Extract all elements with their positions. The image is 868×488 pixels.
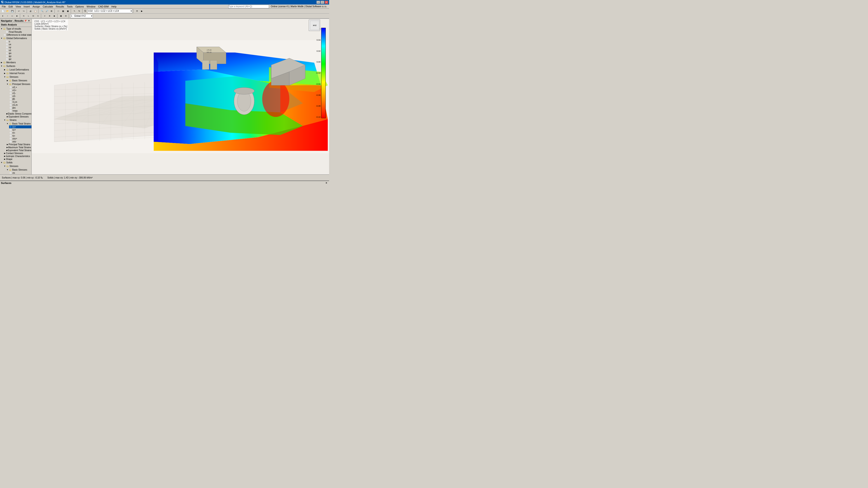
nav-taumax[interactable]: ⚪τmax [9,109,31,112]
expand-icon[interactable]: ▼ [0,37,3,39]
nav-gxy-minus[interactable]: ⚪γxy- [9,140,31,143]
expand-icon[interactable]: ▼ [6,123,8,125]
expand-icon[interactable]: ▶ [6,143,8,146]
nav-ex-plus[interactable]: 🔵εx+ [9,125,31,128]
tb-display-lines[interactable]: L [26,14,31,18]
expand-icon[interactable]: ▶ [4,155,6,158]
nav-shape[interactable]: ▶ Shape [0,158,31,161]
nav-ux[interactable]: ⚪ ux [0,43,31,46]
coord-system-combo[interactable]: 1 · Global XYZ ▾ [70,14,93,18]
tb-animate[interactable]: ▶ [140,9,144,13]
tb-copy[interactable]: 📋 [33,9,37,13]
tb-node[interactable]: ● [0,14,5,18]
tb-snap-mid[interactable]: ◆ [52,14,57,18]
expand-icon[interactable]: ▶ [4,152,6,155]
expand-icon[interactable]: ▶ [4,72,6,74]
title-bar-controls[interactable]: ─ □ ✕ [316,1,328,4]
nav-max-total-strains[interactable]: ▶ Maximum Total Strains [0,146,31,149]
expand-icon[interactable]: ▶ [6,116,8,118]
nav-sigma2m[interactable]: ⚪σ2- [9,95,31,98]
menu-window[interactable]: Window [85,5,97,8]
3d-scene[interactable]: 175.00 800.00 [32,19,329,174]
menu-results[interactable]: Results [55,5,66,8]
nav-sigma1p[interactable]: ⚪σ1+ [9,89,31,92]
tb-display-members[interactable]: M [31,14,35,18]
tb-solid[interactable]: ■ [15,14,19,18]
expand-icon[interactable]: ▼ [0,65,3,67]
nav-bm[interactable]: ⚪βm [9,106,31,109]
navigator-controls[interactable]: 📌 ✕ [24,19,31,22]
expand-icon[interactable]: ▼ [6,168,8,171]
3d-viewport[interactable]: CO2 · LC1 + LC2 + LC3 + LC4 Loads [kN/m²… [32,19,329,174]
tb-open[interactable]: 📂 [5,9,10,13]
tb-surface[interactable]: ▭ [10,14,14,18]
nav-phiy[interactable]: ⚪ φy [0,55,31,58]
minimize-button[interactable]: ─ [316,1,320,4]
nav-contact-stresses[interactable]: ▶ Contact Stresses [0,152,31,155]
tb-snap-grid[interactable]: # [42,14,47,18]
nav-ex-minus[interactable]: ⚪εx- [9,131,31,134]
expand-icon[interactable]: ▼ [0,28,3,30]
nav-elastic-stress[interactable]: ▶ Elastic Stress Components [0,112,31,115]
expand-icon[interactable]: ▼ [4,76,6,78]
table-close-btn[interactable]: ✕ [324,182,328,185]
nav-strains[interactable]: ▼ 🗂 Strains [0,118,31,122]
tb-select[interactable]: ↖ [72,9,77,13]
menu-file[interactable]: File [0,5,7,8]
nav-phix[interactable]: ⚪ φx [0,52,31,55]
expand-icon[interactable]: ▼ [4,165,6,167]
nav-sigma2p[interactable]: ⚪σ2,+ [9,86,31,89]
nav-ey-plus[interactable]: ⚪εy+ [9,128,31,131]
expand-icon[interactable]: ▶ [4,68,6,71]
nav-uz[interactable]: ⚪ uz [0,49,31,52]
menu-calculate[interactable]: Calculate [41,5,55,8]
nav-basic-total-strains[interactable]: ▼ 🗂 Basic Total Strains [0,122,31,125]
nav-ey-minus[interactable]: ⚪εy- [9,134,31,137]
tb-new[interactable]: 📄 [0,9,5,13]
nav-differences[interactable]: ⚪ Differences to initial state [0,33,31,36]
tb-zoom-out[interactable]: 🔎 [44,9,49,13]
search-input[interactable] [228,5,269,8]
nav-local-deformations[interactable]: ▶ 🗂 Local Deformations [0,68,31,71]
expand-icon[interactable]: ▼ [6,83,8,85]
nav-uy[interactable]: ⚪ uy [0,46,31,49]
table-header-controls[interactable]: ✕ [324,182,328,185]
nav-sx[interactable]: ⚪σx [9,171,31,174]
nav-isotropic[interactable]: ▶ Isotropic Characteristics [0,155,31,158]
tb-results[interactable]: R [135,9,139,13]
tb-rotate[interactable]: ↻ [77,9,82,13]
nav-members[interactable]: ▶ 🗂 Members [0,61,31,64]
nav-equiv-total-strains[interactable]: ▶ Equivalent Total Strains [0,149,31,152]
nav-solids[interactable]: ▼ 🗂 Solids [0,161,31,164]
menu-edit[interactable]: Edit [7,5,14,8]
nav-u[interactable]: ⚪ u [0,40,31,43]
nav-solid-basic-stresses[interactable]: ▼ 🗂 Basic Stresses [0,168,31,171]
tb-render[interactable]: ▣ [59,14,63,18]
expand-icon[interactable]: ▶ [6,147,8,149]
menu-insert[interactable]: Insert [22,5,31,8]
load-case-selector[interactable]: S: CO2 · LC1 + LC2 + LC3 + LC4 ▾ [84,9,132,13]
tb-snap-node[interactable]: ⊕ [47,14,52,18]
nav-tau1m[interactable]: ⚪τ1,m [9,101,31,103]
tb-view-top[interactable]: ▣ [66,9,70,13]
menu-options[interactable]: Options [74,5,85,8]
nav-basic-stresses[interactable]: ▶ 🗂 Basic Stresses [0,78,31,82]
tb-zoom-in[interactable]: 🔍 [40,9,44,13]
expand-icon[interactable]: ▼ [0,161,3,164]
tb-zoom-all[interactable]: ⊞ [49,9,54,13]
nav-equivalent-stresses[interactable]: ▶ Equivalent Stresses [0,115,31,118]
expand-icon[interactable]: ▶ [0,61,3,64]
expand-icon[interactable]: ▶ [4,158,6,160]
tb-undo[interactable]: ↩ [17,9,21,13]
tb-line[interactable]: / [5,14,10,18]
tb-display-surfaces[interactable]: S [36,14,40,18]
nav-sigma1m[interactable]: ⚪σ1- [9,92,31,95]
tb-display-nodes[interactable]: N [22,14,26,18]
nav-internal-forces[interactable]: ▶ 🗂 Internal Forces [0,71,31,75]
nav-sigma1m2[interactable]: ⚪σ1,m [9,103,31,106]
nav-close[interactable]: ✕ [27,19,31,22]
close-button[interactable]: ✕ [324,1,328,4]
tb-redo[interactable]: ↪ [22,9,26,13]
maximize-button[interactable]: □ [320,1,324,4]
menu-view[interactable]: View [14,5,22,8]
